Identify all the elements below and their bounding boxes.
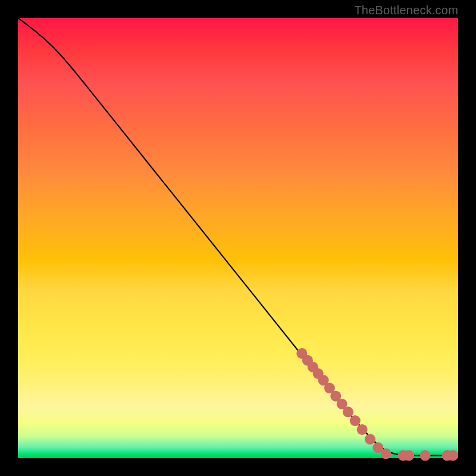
data-dot — [350, 415, 361, 426]
data-dot — [343, 406, 353, 417]
data-dot — [381, 449, 392, 459]
data-dot — [357, 424, 368, 435]
chart-svg — [18, 18, 458, 458]
chart-frame: TheBottleneck.com — [0, 0, 476, 476]
bottleneck-curve — [18, 18, 458, 456]
plot-area — [18, 18, 458, 458]
attribution-text: TheBottleneck.com — [354, 4, 458, 17]
data-dot — [365, 434, 375, 444]
data-dots — [296, 348, 458, 461]
data-dot — [447, 450, 458, 461]
data-dot — [403, 450, 414, 461]
data-dot — [420, 450, 431, 461]
